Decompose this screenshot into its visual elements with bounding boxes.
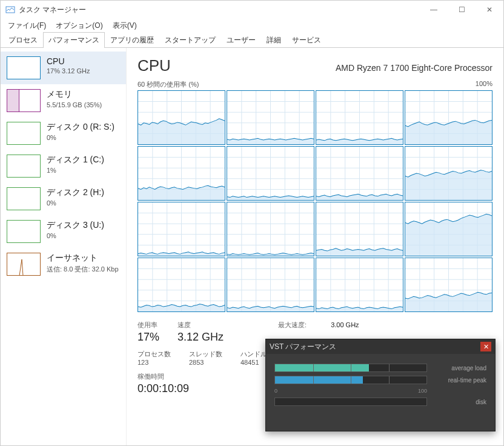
sidebar-ethernet-title: イーサネット: [47, 253, 119, 264]
sidebar-item-ethernet[interactable]: イーサネット 送信: 8.0 受信: 32.0 Kbp: [1, 248, 126, 281]
tab-startup[interactable]: スタートアップ: [159, 32, 221, 48]
close-button[interactable]: ✕: [476, 1, 503, 19]
tab-details[interactable]: 詳細: [261, 32, 287, 48]
chart-label-right: 100%: [476, 80, 492, 89]
sidebar-disk0-title: ディスク 0 (R: S:): [47, 122, 114, 133]
thumb-disk0: [7, 122, 41, 145]
core-chart-3: [405, 90, 492, 145]
core-chart-2: [316, 90, 403, 145]
core-chart-12: [138, 258, 225, 312]
sidebar-disk2-title: ディスク 2 (H:): [47, 187, 104, 198]
procs-value: 123: [138, 359, 171, 366]
sidebar-item-disk0[interactable]: ディスク 0 (R: S:) 0%: [1, 117, 126, 150]
titlebar[interactable]: タスク マネージャー — ☐ ✕: [1, 1, 503, 19]
menubar: ファイル(F) オプション(O) 表示(V): [1, 19, 503, 32]
maxspeed-label: 最大速度:: [278, 321, 307, 328]
sidebar-ethernet-sub: 送信: 8.0 受信: 32.0 Kbp: [47, 265, 119, 274]
vst-titlebar[interactable]: VST パフォーマンス ✕: [266, 339, 495, 354]
speed-label: 速度: [177, 321, 224, 330]
minimize-button[interactable]: —: [420, 1, 448, 19]
vst-avg-label: average load: [432, 365, 486, 371]
vst-disk-meter: [274, 398, 427, 406]
chart-label-left: 60 秒間の使用率 (%): [138, 80, 199, 89]
sidebar-memory-title: メモリ: [47, 89, 102, 100]
usage-value: 17%: [138, 331, 159, 344]
vst-avg-meter: [274, 364, 427, 372]
core-chart-13: [227, 258, 314, 312]
sidebar-item-disk2[interactable]: ディスク 2 (H:) 0%: [1, 182, 126, 215]
sidebar-disk3-title: ディスク 3 (U:): [47, 220, 104, 231]
vst-peak-meter: [274, 376, 427, 384]
core-chart-11: [405, 202, 492, 256]
sidebar-disk1-title: ディスク 1 (C:): [47, 155, 104, 165]
core-chart-8: [138, 202, 225, 256]
core-chart-15: [405, 258, 492, 312]
page-title: CPU: [138, 56, 171, 75]
svg-marker-120: [405, 214, 492, 256]
sidebar-disk0-sub: 0%: [47, 134, 114, 141]
threads-label: スレッド数: [189, 350, 222, 359]
sidebar-disk3-sub: 0%: [47, 232, 104, 239]
tab-users[interactable]: ユーザー: [221, 32, 261, 48]
thumb-disk3: [7, 220, 41, 243]
core-chart-7: [405, 146, 492, 201]
sidebar: CPU 17% 3.12 GHz メモリ 5.5/15.9 GB (35%) デ…: [1, 48, 127, 445]
vst-title: VST パフォーマンス: [270, 342, 480, 352]
threads-value: 2853: [189, 359, 222, 366]
sidebar-cpu-sub: 17% 3.12 GHz: [47, 67, 90, 75]
core-chart-1: [227, 90, 314, 145]
thumb-cpu: [7, 56, 41, 79]
menu-options[interactable]: オプション(O): [52, 19, 106, 32]
sidebar-disk1-sub: 1%: [47, 167, 104, 174]
vst-performance-panel[interactable]: VST パフォーマンス ✕ average load real-time pea…: [265, 339, 496, 431]
svg-marker-80: [405, 170, 492, 200]
maxspeed-value: 3.00 GHz: [331, 321, 359, 328]
core-chart-5: [227, 146, 314, 201]
menu-view[interactable]: 表示(V): [109, 19, 141, 32]
svg-marker-40: [405, 120, 492, 144]
vst-disk-label: disk: [432, 399, 486, 405]
thumb-ethernet: [7, 253, 41, 276]
vst-peak-label: real-time peak: [432, 377, 486, 384]
sidebar-memory-sub: 5.5/15.9 GB (35%): [47, 101, 102, 108]
tab-app-history[interactable]: アプリの履歴: [105, 32, 159, 48]
tab-services[interactable]: サービス: [287, 32, 327, 48]
sidebar-item-disk1[interactable]: ディスク 1 (C:) 1%: [1, 150, 126, 182]
sidebar-item-memory[interactable]: メモリ 5.5/15.9 GB (35%): [1, 84, 126, 117]
sidebar-disk2-sub: 0%: [47, 199, 104, 207]
core-chart-10: [316, 202, 403, 256]
thumb-disk1: [7, 155, 41, 178]
window-title: タスク マネージャー: [19, 5, 420, 15]
vst-scale-0: 0: [274, 388, 277, 394]
vst-scale-100: 100: [418, 388, 427, 394]
maximize-button[interactable]: ☐: [448, 1, 476, 19]
core-chart-4: [138, 146, 225, 201]
svg-marker-70: [316, 194, 403, 200]
app-icon: [5, 5, 15, 15]
core-chart-6: [316, 146, 403, 201]
thumb-disk2: [7, 187, 41, 210]
usage-label: 使用率: [138, 321, 159, 330]
vst-close-button[interactable]: ✕: [480, 342, 491, 351]
sidebar-cpu-title: CPU: [47, 56, 90, 66]
sidebar-item-disk3[interactable]: ディスク 3 (U:) 0%: [1, 215, 126, 248]
tabbar: プロセス パフォーマンス アプリの履歴 スタートアップ ユーザー 詳細 サービス: [1, 32, 503, 48]
thumb-memory: [7, 89, 41, 112]
core-chart-9: [227, 202, 314, 256]
procs-label: プロセス数: [138, 350, 171, 359]
core-chart-0: [138, 90, 225, 145]
cpu-core-chart-grid: [138, 90, 492, 312]
speed-value: 3.12 GHz: [177, 331, 224, 344]
core-chart-14: [316, 258, 403, 312]
sidebar-item-cpu[interactable]: CPU 17% 3.12 GHz: [1, 52, 126, 84]
tab-performance[interactable]: パフォーマンス: [43, 32, 105, 48]
menu-file[interactable]: ファイル(F): [4, 19, 50, 32]
cpu-model-name: AMD Ryzen 7 1700 Eight-Core Processor: [336, 63, 492, 73]
tab-processes[interactable]: プロセス: [3, 32, 43, 48]
